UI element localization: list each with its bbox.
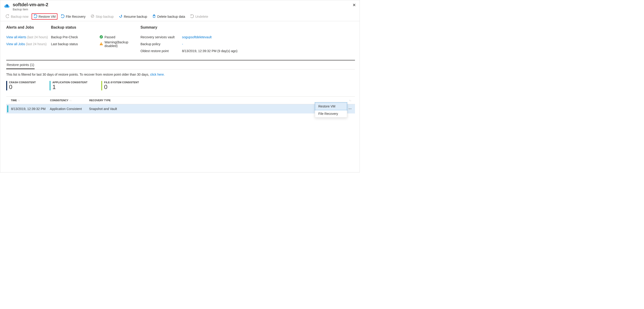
col-recovery-type[interactable]: RECOVERY TYPE — [89, 99, 348, 102]
precheck-label: Backup Pre-Check — [51, 34, 100, 40]
stop-icon — [91, 14, 94, 19]
page-subtitle: Backup Item — [13, 8, 48, 11]
svg-rect-7 — [101, 44, 102, 45]
cell-consistency: Application Consistent — [50, 107, 89, 111]
menu-restore-vm[interactable]: Restore VM — [315, 102, 347, 110]
oldest-value: 8/13/2019, 12:39:32 PM (9 day(s) ago) — [182, 48, 355, 54]
resume-backup-button[interactable]: Resume backup — [117, 13, 149, 20]
svg-rect-6 — [101, 43, 102, 44]
policy-label: Backup policy — [140, 40, 182, 48]
menu-file-recovery[interactable]: File Recovery — [315, 110, 347, 117]
row-context-menu: Restore VM File Recovery — [315, 102, 347, 118]
oldest-label: Oldest restore point — [140, 48, 182, 54]
view-all-alerts-link[interactable]: View all Alerts — [6, 35, 26, 39]
sort-icon: ↑↓ — [18, 99, 20, 102]
sort-icon: ↑↓ — [349, 99, 351, 102]
sort-icon: ↑↓ — [69, 99, 72, 102]
table-row[interactable]: 8/13/2019, 12:39:32 PM Application Consi… — [6, 104, 355, 114]
policy-link[interactable]: - — [182, 42, 183, 46]
svg-line-1 — [92, 15, 94, 17]
stat-crash-consistent: CRASH CONSISTENT 0 — [6, 81, 36, 90]
restore-icon — [34, 14, 37, 19]
stop-backup-button: Stop backup — [89, 13, 116, 20]
warning-icon — [100, 42, 103, 46]
command-bar: Backup now Restore VM File Recovery Stop… — [0, 12, 360, 21]
svg-rect-3 — [153, 15, 155, 16]
delete-backup-button[interactable]: Delete backup data — [150, 13, 187, 20]
backup-now-icon — [6, 14, 10, 19]
file-recovery-button[interactable]: File Recovery — [59, 13, 88, 20]
view-all-jobs-link[interactable]: View all Jobs — [6, 42, 25, 46]
summary-heading: Summary — [140, 25, 355, 30]
undelete-button: Undelete — [188, 13, 210, 20]
alerts-heading: Alerts and Jobs — [6, 25, 50, 30]
restore-vm-button[interactable]: Restore VM — [32, 13, 58, 20]
status-heading: Backup status — [51, 25, 100, 30]
tab-restore-points[interactable]: Restore points (1) — [6, 60, 34, 69]
vault-link[interactable]: sogupsoftdeletevault — [182, 35, 212, 39]
stat-application-consistent: APPLICATION CONSISTENT 1 — [50, 81, 88, 90]
undo-icon — [190, 14, 194, 19]
consistency-bar — [7, 106, 8, 112]
last-backup-value: Warning(Backup disabled) — [104, 40, 130, 48]
col-consistency[interactable]: CONSISTENCY↑↓ — [50, 99, 89, 102]
cell-time: 8/13/2019, 12:39:32 PM — [11, 107, 50, 111]
filter-note: This list is filtered for last 30 days o… — [6, 73, 355, 76]
restore-icon — [61, 14, 64, 19]
svg-rect-2 — [153, 16, 155, 18]
vault-label: Recovery services vault — [140, 34, 182, 40]
last24-text: (last 24 hours) — [27, 35, 48, 39]
backup-now-button: Backup now — [4, 13, 30, 20]
table-header: TIME↑↓ CONSISTENCY↑↓ RECOVERY TYPE ↑↓ — [6, 96, 355, 104]
close-icon[interactable]: ✕ — [352, 2, 356, 8]
success-icon — [100, 35, 103, 40]
precheck-value: Passed — [104, 35, 115, 39]
svg-rect-4 — [154, 14, 154, 15]
row-more-icon[interactable]: ··· — [348, 107, 352, 110]
col-time[interactable]: TIME↑↓ — [11, 99, 50, 102]
backup-item-icon — [4, 2, 10, 8]
click-here-link[interactable]: click here. — [150, 73, 165, 76]
last-backup-label: Last backup status — [51, 40, 100, 48]
refresh-icon — [119, 14, 122, 19]
last24-text: (last 24 hours) — [26, 42, 46, 46]
trash-icon — [152, 14, 156, 19]
stat-filesystem-consistent: FILE-SYSTEM CONSISTENT 0 — [101, 81, 139, 90]
page-title: softdel-vm-am-2 — [13, 2, 48, 8]
blade-header: softdel-vm-am-2 Backup Item ✕ — [0, 0, 360, 12]
